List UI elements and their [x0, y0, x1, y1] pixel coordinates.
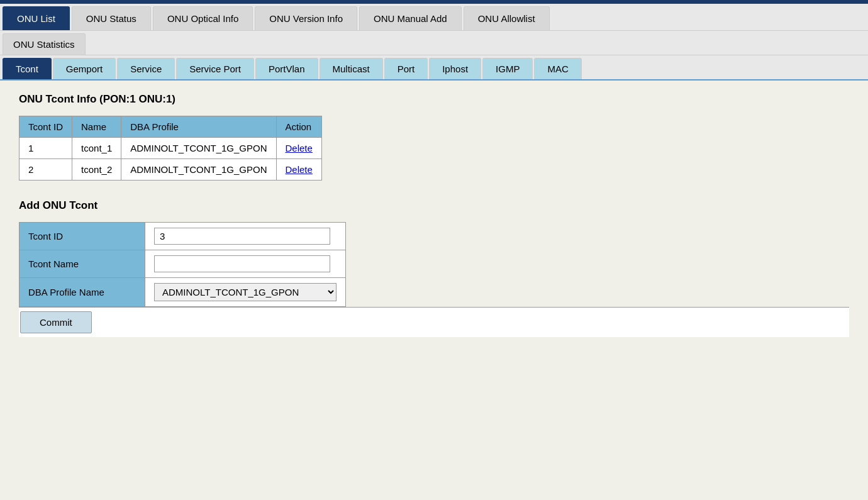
tab-onu-optical-info[interactable]: ONU Optical Info: [153, 6, 253, 30]
tab-onu-allowlist[interactable]: ONU Allowlist: [464, 6, 550, 30]
cell-dba-profile: ADMINOLT_TCONT_1G_GPON: [121, 138, 276, 159]
add-form-table: Tcont ID Tcont Name DBA Profile Name A: [19, 222, 346, 307]
tcont-id-cell: [145, 223, 346, 250]
tab-gemport[interactable]: Gemport: [53, 58, 116, 79]
table-row: 2 tcont_2 ADMINOLT_TCONT_1G_GPON Delete: [19, 159, 322, 181]
col-header-action: Action: [276, 116, 321, 138]
tcont-id-input[interactable]: [154, 228, 330, 245]
col-header-dba-profile: DBA Profile: [121, 116, 276, 138]
content-area: ONU Tcont Info (PON:1 ONU:1) Tcont ID Na…: [0, 81, 868, 458]
cell-name: tcont_2: [72, 159, 121, 181]
cell-action: Delete: [276, 159, 321, 181]
tab-tcont[interactable]: Tcont: [3, 58, 52, 79]
tcont-name-input[interactable]: [154, 255, 330, 272]
tab-onu-version-info[interactable]: ONU Version Info: [255, 6, 357, 30]
cell-tcont-id: 2: [19, 159, 72, 181]
cell-dba-profile: ADMINOLT_TCONT_1G_GPON: [121, 159, 276, 181]
info-section-title: ONU Tcont Info (PON:1 ONU:1): [19, 93, 849, 106]
cell-action: Delete: [276, 138, 321, 159]
sub-nav: Tcont Gemport Service Service Port PortV…: [0, 55, 868, 81]
dba-profile-row: DBA Profile Name ADMINOLT_TCONT_1G_GPON: [19, 278, 346, 307]
tab-onu-list[interactable]: ONU List: [3, 6, 70, 30]
tab-onu-statistics[interactable]: ONU Statistics: [3, 33, 86, 55]
delete-link[interactable]: Delete: [286, 143, 313, 153]
tab-mac[interactable]: MAC: [534, 58, 581, 79]
tab-iphost[interactable]: Iphost: [429, 58, 481, 79]
dba-profile-cell: ADMINOLT_TCONT_1G_GPON: [145, 278, 346, 307]
tab-multicast[interactable]: Multicast: [320, 58, 383, 79]
tab-portvlan[interactable]: PortVlan: [255, 58, 318, 79]
tab-service[interactable]: Service: [117, 58, 175, 79]
add-section-title: Add ONU Tcont: [19, 199, 849, 212]
tcont-info-table: Tcont ID Name DBA Profile Action 1 tcont…: [19, 116, 322, 181]
tab-service-port[interactable]: Service Port: [176, 58, 254, 79]
table-row: 1 tcont_1 ADMINOLT_TCONT_1G_GPON Delete: [19, 138, 322, 159]
cell-tcont-id: 1: [19, 138, 72, 159]
tab-port[interactable]: Port: [384, 58, 428, 79]
second-nav-inner: ONU Statistics: [3, 33, 865, 55]
add-form-wrapper: Tcont ID Tcont Name DBA Profile Name A: [19, 222, 849, 337]
tab-onu-manual-add[interactable]: ONU Manual Add: [359, 6, 462, 30]
tcont-name-label: Tcont Name: [19, 250, 145, 278]
second-nav: ONU Statistics: [0, 31, 868, 55]
tcont-id-label: Tcont ID: [19, 223, 145, 250]
col-header-name: Name: [72, 116, 121, 138]
tcont-name-row: Tcont Name: [19, 250, 346, 278]
col-header-tcont-id: Tcont ID: [19, 116, 72, 138]
dba-profile-select[interactable]: ADMINOLT_TCONT_1G_GPON: [154, 283, 337, 301]
commit-button[interactable]: Commit: [20, 311, 92, 333]
tab-onu-status[interactable]: ONU Status: [72, 6, 151, 30]
top-nav: ONU List ONU Status ONU Optical Info ONU…: [0, 4, 868, 31]
tab-igmp[interactable]: IGMP: [482, 58, 533, 79]
dba-profile-label: DBA Profile Name: [19, 278, 145, 307]
tcont-name-cell: [145, 250, 346, 278]
tcont-id-row: Tcont ID: [19, 223, 346, 250]
cell-name: tcont_1: [72, 138, 121, 159]
delete-link[interactable]: Delete: [286, 164, 313, 175]
